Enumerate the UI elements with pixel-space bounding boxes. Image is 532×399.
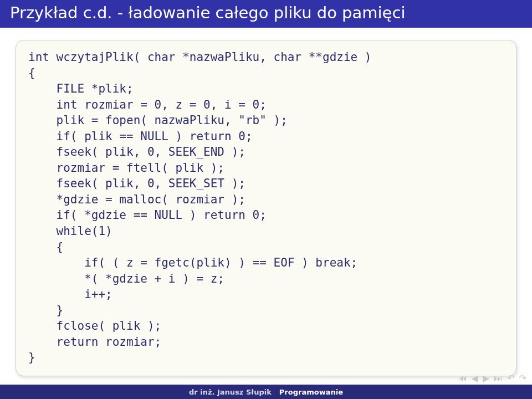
nav-prev-icon[interactable]: ◀ — [472, 373, 478, 383]
nav-back-icon[interactable]: ↶ — [507, 373, 514, 383]
nav-first-icon[interactable]: ⏮ — [458, 373, 467, 383]
footer-course: Programowanie — [279, 388, 343, 396]
nav-next-icon[interactable]: ▶ — [483, 373, 489, 383]
code-listing: int wczytajPlik( char *nazwaPliku, char … — [28, 49, 504, 366]
slide-body: int wczytajPlik( char *nazwaPliku, char … — [0, 28, 532, 399]
title-text: Przykład c.d. - ładowanie całego pliku d… — [10, 3, 405, 22]
slide-title: Przykład c.d. - ładowanie całego pliku d… — [0, 0, 532, 28]
code-box: int wczytajPlik( char *nazwaPliku, char … — [16, 40, 516, 376]
nav-last-icon[interactable]: ⏭ — [494, 373, 503, 383]
nav-controls: ⏮ ◀ ▶ ⏭ ↶ ↷ — [458, 373, 526, 383]
nav-forward-icon[interactable]: ↷ — [519, 373, 526, 383]
slide: Przykład c.d. - ładowanie całego pliku d… — [0, 0, 532, 399]
footer-content: dr inż. Janusz Słupik Programowanie — [189, 388, 343, 396]
footer-bar: dr inż. Janusz Słupik Programowanie — [0, 385, 532, 399]
footer-author: dr inż. Janusz Słupik — [189, 388, 279, 396]
